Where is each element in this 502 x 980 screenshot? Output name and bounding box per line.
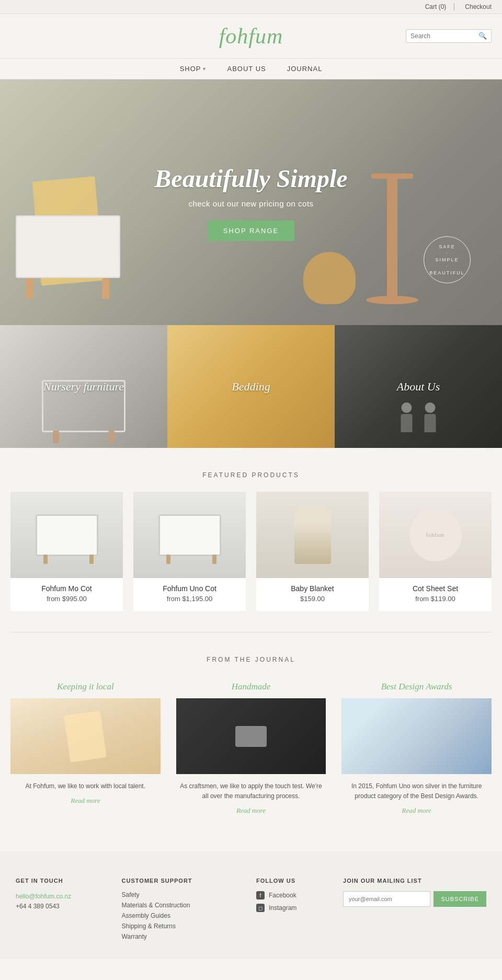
figure-2: [423, 402, 438, 432]
product-name-3: Cot Sheet Set: [379, 578, 492, 595]
journal-awards-visual: [341, 698, 492, 774]
mailing-email-input[interactable]: [343, 891, 430, 907]
mini-sheet: fohfum: [409, 509, 462, 561]
journal-handmade-visual: [176, 698, 326, 774]
journal-read-more-2[interactable]: Read more: [341, 806, 492, 815]
journal-desc-1: As craftsmen, we like to apply the touch…: [176, 781, 326, 801]
footer-get-in-touch-title: GET IN TOUCH: [16, 878, 111, 884]
subscribe-button[interactable]: SUBSCRIBE: [433, 891, 486, 907]
hero-title: Beautifully Simple: [154, 164, 347, 193]
figure-1-head: [402, 402, 412, 413]
journal-desc-2: In 2015, Fohfum Uno won silver in the fu…: [341, 781, 492, 801]
product-card-2[interactable]: Baby Blanket $159.00: [256, 492, 369, 611]
journal-grid: Keeping it local At Fohfum, we like to w…: [10, 682, 492, 815]
search-box[interactable]: 🔍: [406, 29, 492, 43]
journal-image-0: [10, 698, 161, 774]
nursery-cot-leg-right: [108, 431, 115, 443]
footer-email[interactable]: hello@fohfum.co.nz: [16, 893, 71, 900]
product-name-1: Fohfum Uno Cot: [133, 578, 246, 595]
mini-cot-2: [158, 514, 221, 556]
product-card-0[interactable]: Fohfum Mo Cot from $995.00: [10, 492, 123, 611]
cart-link[interactable]: Cart (0): [425, 3, 455, 10]
nav-shop[interactable]: SHOP: [180, 65, 207, 73]
footer-customer-support: CUSTOMER SUPPORT Safety Materials & Cons…: [122, 878, 246, 943]
local-blanket-shape: [64, 710, 107, 762]
featured-section: FEATURED PRODUCTS Fohfum Mo Cot from $99…: [0, 448, 502, 632]
search-icon: 🔍: [478, 32, 487, 40]
journal-article-0[interactable]: Keeping it local At Fohfum, we like to w…: [10, 682, 161, 815]
journal-local-visual: [10, 698, 161, 774]
figure-2-body: [425, 414, 436, 432]
facebook-label: Facebook: [269, 892, 296, 899]
footer-grid: GET IN TOUCH hello@fohfum.co.nz +64 4 38…: [16, 878, 486, 943]
journal-image-2: [341, 698, 492, 774]
journal-desc-0: At Fohfum, we like to work with local ta…: [10, 781, 161, 791]
facebook-icon: f: [256, 891, 265, 900]
journal-read-more-1[interactable]: Read more: [176, 806, 326, 815]
category-nursery-label: Nursery furniture: [43, 380, 124, 394]
footer-link-assembly[interactable]: Assembly Guides: [122, 912, 246, 919]
hero-subtitle: check out our new pricing on cots: [188, 199, 313, 208]
product-price-0: from $995.00: [10, 595, 123, 611]
category-bedding-label: Bedding: [232, 380, 270, 394]
journal-image-1: [176, 698, 326, 774]
nav-journal[interactable]: JOURNAL: [287, 65, 323, 73]
journal-section: FROM THE JOURNAL Keeping it local At Foh…: [0, 632, 502, 836]
instagram-icon: ◻: [256, 904, 265, 912]
footer-link-safety[interactable]: Safety: [122, 891, 246, 898]
machine-shape: [235, 726, 267, 747]
nursery-cot-leg-left: [53, 431, 59, 443]
mailing-form: SUBSCRIBE: [343, 891, 486, 907]
journal-article-2[interactable]: Best Design Awards In 2015, Fohfum Uno w…: [341, 682, 492, 815]
footer-support-title: CUSTOMER SUPPORT: [122, 878, 246, 884]
category-about-label: About Us: [397, 380, 440, 394]
hero-badge-text: SAFE·SIMPLE·BEAUTIFUL: [429, 244, 465, 276]
journal-title-1: Handmade: [176, 682, 326, 692]
footer-facebook[interactable]: f Facebook: [256, 891, 333, 900]
footer-follow-us: FOLLOW US f Facebook ◻ Instagram: [256, 878, 333, 943]
category-grid: Nursery furniture Bedding About Us: [0, 325, 502, 448]
mini-blanket: [294, 506, 331, 564]
site-logo[interactable]: fohfum: [219, 24, 283, 49]
figure-2-head: [425, 402, 436, 413]
footer-get-in-touch: GET IN TOUCH hello@fohfum.co.nz +64 4 38…: [16, 878, 111, 943]
hero-content: Beautifully Simple check out our new pri…: [0, 79, 502, 325]
category-bedding[interactable]: Bedding: [167, 325, 335, 448]
mini-cot-1: [36, 514, 98, 556]
product-image-1: [133, 492, 246, 578]
footer-link-materials[interactable]: Materials & Construction: [122, 902, 246, 909]
category-about[interactable]: About Us: [335, 325, 502, 448]
product-name-2: Baby Blanket: [256, 578, 369, 595]
product-price-2: $159.00: [256, 595, 369, 611]
footer-follow-title: FOLLOW US: [256, 878, 333, 884]
product-image-0: [10, 492, 123, 578]
footer-phone: +64 4 389 0543: [16, 903, 111, 910]
journal-section-title: FROM THE JOURNAL: [10, 632, 492, 676]
footer-link-warranty[interactable]: Warranty: [122, 933, 246, 940]
figure-1-body: [401, 414, 413, 432]
journal-article-1[interactable]: Handmade As craftsmen, we like to apply …: [176, 682, 326, 815]
footer-mailing-title: JOIN OUR MAILING LIST: [343, 878, 486, 884]
checkout-link[interactable]: Checkout: [465, 3, 492, 10]
product-price-1: from $1,195.00: [133, 595, 246, 611]
footer-link-shipping[interactable]: Shipping & Returns: [122, 923, 246, 930]
product-image-2: [256, 492, 369, 578]
journal-title-2: Best Design Awards: [341, 682, 492, 692]
site-footer: GET IN TOUCH hello@fohfum.co.nz +64 4 38…: [0, 851, 502, 959]
hero-cta-button[interactable]: SHOP RANGE: [208, 221, 294, 241]
site-header: fohfum 🔍: [0, 14, 502, 58]
product-image-3: fohfum: [379, 492, 492, 578]
product-card-3[interactable]: fohfum Cot Sheet Set from $119.00: [379, 492, 492, 611]
category-nursery[interactable]: Nursery furniture: [0, 325, 167, 448]
nav-about[interactable]: ABOUT US: [227, 65, 266, 73]
journal-title-0: Keeping it local: [10, 682, 161, 692]
about-figures-decoration: [399, 402, 438, 432]
products-grid: Fohfum Mo Cot from $995.00 Fohfum Uno Co…: [0, 492, 502, 632]
footer-instagram[interactable]: ◻ Instagram: [256, 904, 333, 912]
footer-mailing: JOIN OUR MAILING LIST SUBSCRIBE: [343, 878, 486, 943]
journal-read-more-0[interactable]: Read more: [10, 797, 161, 805]
product-card-1[interactable]: Fohfum Uno Cot from $1,195.00: [133, 492, 246, 611]
main-nav: SHOP ABOUT US JOURNAL: [0, 58, 502, 79]
product-name-0: Fohfum Mo Cot: [10, 578, 123, 595]
search-input[interactable]: [410, 32, 478, 40]
